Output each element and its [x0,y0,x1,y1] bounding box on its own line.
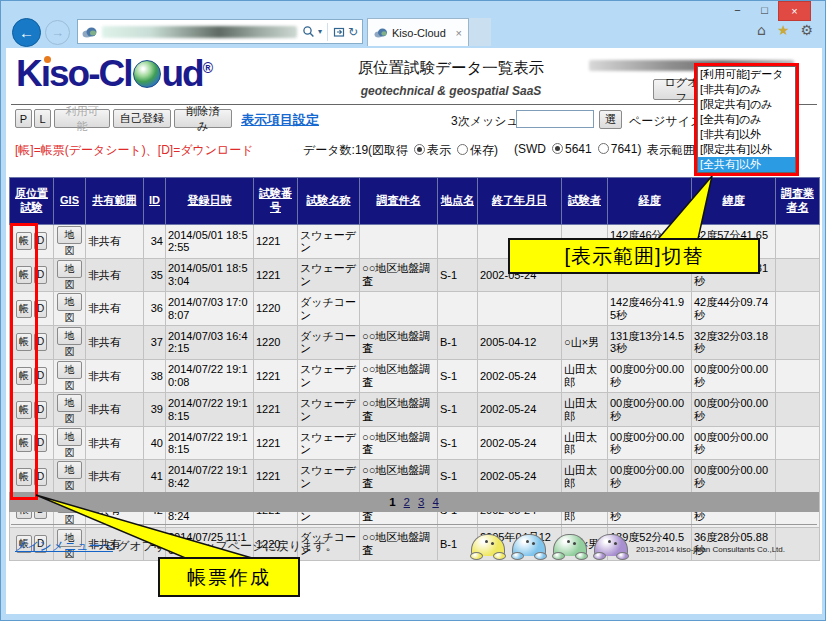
radio-save[interactable] [457,144,468,155]
share-range-option[interactable]: [利用可能]データ [698,67,795,82]
form-sheet-button[interactable]: 帳 [16,266,32,284]
home-icon[interactable]: ⌂ [757,22,766,38]
column-header[interactable]: GIS [54,178,86,225]
forward-button[interactable]: → [45,20,70,45]
cell-test_no: 1221 [254,359,298,393]
form-sheet-button[interactable]: 帳 [16,333,32,351]
column-header[interactable]: 地点名 [438,178,478,225]
map-button[interactable]: 地図 [57,428,82,446]
map-button[interactable]: 地図 [57,361,82,379]
page-link[interactable]: 2 [404,496,410,508]
map-button[interactable]: 地図 [57,260,82,278]
share-range-option[interactable]: [全共有]以外 [698,157,795,172]
column-header[interactable]: ID [144,178,166,225]
column-header[interactable]: 緯度 [692,178,776,225]
form-sheet-button[interactable]: 帳 [16,367,32,385]
cell-datetime: 2014/05/01 18:52:55 [166,225,254,259]
minimize-button[interactable]: − [724,1,751,19]
column-header[interactable]: 共有範囲 [86,178,144,225]
share-range-option[interactable]: [限定共有]のみ [698,97,795,112]
tools-gear-icon[interactable]: ⚙ [800,22,813,38]
maximize-button[interactable]: □ [751,1,778,19]
download-button[interactable]: D [34,266,47,284]
range-switch-callout: [表示範囲]切替 [508,238,760,274]
cell-end_date: 2002-05-24 [478,359,562,393]
download-button[interactable]: D [34,300,47,318]
column-header[interactable]: 原位置試験 [10,178,54,225]
compatibility-icon[interactable] [333,26,345,38]
tab-close-icon[interactable]: × [456,27,462,39]
mascot-icon [594,534,628,556]
search-icon[interactable] [302,25,315,38]
self-register-button[interactable]: 自己登録 [113,109,171,128]
display-range-dropdown[interactable]: [利用可能]データ[非共有]のみ[限定共有]のみ[全共有]のみ[非共有]以外[限… [694,63,799,176]
cell-form-buttons: 帳D [10,225,54,259]
mesh-input[interactable] [516,110,594,128]
favorites-icon[interactable]: ★ [777,22,790,38]
column-header[interactable]: 登録日時 [166,178,254,225]
close-button[interactable]: × [778,1,811,21]
download-button[interactable]: D [34,333,47,351]
download-button[interactable]: D [34,232,47,250]
column-header[interactable]: 試験名称 [298,178,360,225]
radio-7641[interactable] [598,143,609,154]
form-sheet-button[interactable]: 帳 [16,232,32,250]
main-menu-link[interactable]: メインメニューへ [15,538,113,555]
cell-datetime: 2014/05/01 18:53:04 [166,258,254,292]
share-range-option[interactable]: [非共有]以外 [698,127,795,142]
map-button[interactable]: 地図 [57,327,82,345]
cell-end_date: 2005-04-12 [478,325,562,359]
back-button[interactable]: ← [12,18,41,47]
cell-gis: 地図 [54,426,86,460]
column-header[interactable]: 終了年月日 [478,178,562,225]
download-button[interactable]: D [34,401,47,419]
browser-navbar: ← → ▾ ↻ [1,16,825,48]
cell-test_name: スウェーデン [298,460,360,494]
mesh-label: 3次メッシュ [451,113,519,130]
column-header[interactable]: 試験者 [562,178,608,225]
page-link[interactable]: 4 [432,496,438,508]
download-button[interactable]: D [34,468,47,486]
available-button[interactable]: 利用可能 [54,109,110,128]
cell-site: S-1 [438,426,478,460]
deleted-button[interactable]: 削除済み [174,109,232,128]
cell-id: 35 [144,258,166,292]
kiso-cloud-logo: Kıso-Clud® [16,53,213,95]
map-button[interactable]: 地図 [57,226,82,244]
display-settings-link[interactable]: 表示項目設定 [241,111,319,129]
cell-gis: 地図 [54,359,86,393]
l-button[interactable]: L [34,109,51,128]
share-range-option[interactable]: [非共有]のみ [698,82,795,97]
radio-display[interactable] [414,144,425,155]
form-sheet-button[interactable]: 帳 [16,434,32,452]
search-caret-icon[interactable]: ▾ [318,27,322,36]
column-header[interactable]: 調査件名 [360,178,438,225]
column-header[interactable]: 調査業者名 [776,178,820,225]
map-button[interactable]: 地図 [57,394,82,412]
cell-form-buttons: 帳D [10,292,54,326]
map-button[interactable]: 地図 [57,461,82,479]
radio-5641[interactable] [552,143,563,154]
download-button[interactable]: D [34,434,47,452]
cell-datetime: 2014/07/03 16:42:15 [166,325,254,359]
form-sheet-button[interactable]: 帳 [16,401,32,419]
browser-tab[interactable]: Kiso-Cloud × [367,18,469,46]
map-button[interactable]: 地図 [57,293,82,311]
copyright-text: 2013-2014 kiso-jiban Consultants Co.,Ltd… [636,545,785,554]
download-button[interactable]: D [34,367,47,385]
address-bar[interactable]: ▾ ↻ [77,19,363,44]
p-button[interactable]: P [15,109,32,128]
share-range-option[interactable]: [限定共有]以外 [698,142,795,157]
cell-site: S-1 [438,393,478,427]
share-range-option[interactable]: [全共有]のみ [698,112,795,127]
mesh-select-button[interactable]: 選 [599,110,622,129]
column-header[interactable]: 試験番号 [254,178,298,225]
cell-survey [360,292,438,326]
cell-site: S-1 [438,258,478,292]
refresh-icon[interactable]: ↻ [348,25,358,39]
new-tab-button[interactable] [469,18,491,46]
form-sheet-button[interactable]: 帳 [16,468,32,486]
form-sheet-button[interactable]: 帳 [16,300,32,318]
column-header[interactable]: 経度 [608,178,692,225]
page-link[interactable]: 3 [418,496,424,508]
